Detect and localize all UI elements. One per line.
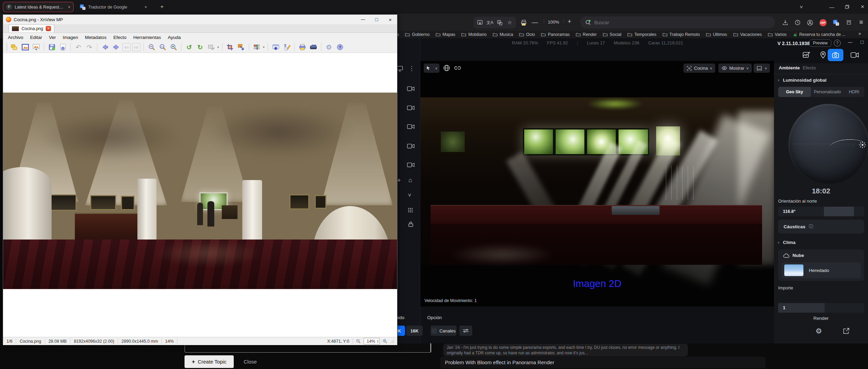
add-camera-button[interactable]: + xyxy=(397,177,401,184)
convert-icon[interactable] xyxy=(206,43,216,52)
tab-forum[interactable]: P Latest Ideas & Requests topics × xyxy=(3,2,74,12)
link-icon[interactable] xyxy=(454,64,461,72)
zoom-out-button[interactable]: — xyxy=(532,19,538,26)
fullscreen-icon[interactable] xyxy=(21,43,30,52)
browse-icon[interactable] xyxy=(10,43,19,52)
zoom-in-icon[interactable] xyxy=(169,43,178,52)
profile-icon[interactable] xyxy=(804,17,815,28)
adblock-abp-icon[interactable]: ABP xyxy=(817,17,828,28)
window-restore-button[interactable] xyxy=(842,2,852,12)
xnview-title-bar[interactable]: Cocina.png - XnView MP — □ × xyxy=(3,15,397,24)
cloud-thumbnail[interactable] xyxy=(784,264,803,276)
select-tool-button[interactable]: ˅ xyxy=(424,64,439,73)
bookmark-reserva[interactable]: Reserva tu cancha de ... xyxy=(793,32,846,37)
segment-geo-sky[interactable]: Geo Sky xyxy=(778,87,811,97)
slideshow-icon[interactable] xyxy=(31,43,41,52)
render-export-icon[interactable] xyxy=(838,325,854,338)
zoom-in-icon[interactable] xyxy=(382,339,388,344)
zoom-in-button[interactable]: + xyxy=(568,18,571,25)
search-input[interactable] xyxy=(594,20,758,25)
panorama-image[interactable] xyxy=(3,93,397,289)
segment-hdri[interactable]: HDRI xyxy=(844,87,864,97)
preview-badge[interactable]: Preview xyxy=(809,39,831,47)
search-bar[interactable] xyxy=(580,16,775,28)
rotate-left-icon[interactable]: ↺ xyxy=(185,43,194,52)
orbit-globe-icon[interactable] xyxy=(443,64,450,72)
bookmark-ultimos[interactable]: Ultimos xyxy=(706,32,727,37)
close-button[interactable]: Close xyxy=(244,359,257,365)
image-export-icon[interactable] xyxy=(802,51,811,59)
tab-close-icon[interactable]: × xyxy=(68,5,70,10)
camera-mode-button-active[interactable] xyxy=(828,49,843,61)
scan-icon[interactable] xyxy=(309,43,318,52)
camera-slot-icon[interactable] xyxy=(407,162,415,168)
spin-down-icon[interactable]: ▾ xyxy=(377,341,378,343)
save-icon[interactable]: ? xyxy=(47,43,56,52)
window-minimize-button[interactable]: — xyxy=(827,2,837,12)
file-tab-close-icon[interactable]: × xyxy=(46,26,51,31)
print-icon[interactable] xyxy=(298,43,307,52)
help-icon[interactable]: ? xyxy=(335,43,344,52)
translate-extension-icon[interactable]: A文 xyxy=(830,17,841,28)
new-tab-button[interactable]: + xyxy=(157,2,167,11)
camera-view-dropdown[interactable]: Cocina ˅ xyxy=(683,64,715,73)
render-settings-gear-icon[interactable]: ⚙ xyxy=(811,325,827,338)
redo-icon[interactable]: ↷ xyxy=(85,43,94,52)
bookmarks-overflow-icon[interactable]: » xyxy=(858,31,861,36)
bookmark-star-icon[interactable]: ☆ xyxy=(505,17,514,28)
translate-selection-icon[interactable]: A xyxy=(496,17,504,28)
importe-input[interactable]: 1 xyxy=(778,303,864,313)
camera-slot-icon[interactable] xyxy=(407,143,415,150)
orientation-slider[interactable]: 116.8° xyxy=(778,207,864,216)
channels-checkbox[interactable] xyxy=(432,328,437,333)
kebab-menu-icon[interactable]: ⋮ xyxy=(409,65,415,72)
history-clock-icon[interactable] xyxy=(792,17,803,28)
bookmark-mobiliario[interactable]: Mobiliario xyxy=(461,32,487,37)
collapse-chevron-icon[interactable]: ˅ xyxy=(777,241,779,245)
bookmark-social[interactable]: Social xyxy=(603,32,621,37)
toolbar-drag-handle[interactable] xyxy=(6,43,8,51)
xnview-canvas[interactable]: Panorama 360 xyxy=(3,53,397,337)
zoom-actual-icon[interactable]: 1:1 xyxy=(158,43,167,52)
bookmark-temporales[interactable]: Temporales xyxy=(627,32,656,37)
screen-icon[interactable] xyxy=(396,66,403,72)
camera-slot-icon[interactable] xyxy=(407,105,415,111)
info-icon[interactable]: ⓘ xyxy=(809,223,813,230)
viewport-3d[interactable]: ˅ Cocina ˅ Mostrar ˅ ˅ Imagen 2D Velocid… xyxy=(420,61,774,306)
resize-icon[interactable] xyxy=(236,43,246,52)
lock-icon[interactable] xyxy=(408,221,413,227)
bookmark-musica[interactable]: Musica xyxy=(493,32,513,37)
app-minimize-button[interactable]: — xyxy=(848,40,852,45)
print-icon[interactable] xyxy=(518,17,529,28)
bookmark-vacaciones[interactable]: Vacaciones xyxy=(733,32,762,37)
app-maximize-button[interactable]: □ xyxy=(860,39,864,45)
tab-close-icon[interactable]: × xyxy=(145,5,147,10)
menu-ayuda[interactable]: Ayuda xyxy=(168,35,181,40)
tab-search-chevron-icon[interactable]: ˅ xyxy=(796,2,806,12)
bookmark-trabajo-remoto[interactable]: Trabajo Remoto xyxy=(663,32,700,37)
menu-efecto[interactable]: Efecto xyxy=(113,35,126,40)
zoom-out-icon[interactable] xyxy=(356,339,361,344)
collapse-chevron-icon[interactable]: ˅ xyxy=(777,78,779,82)
segment-personalizado[interactable]: Personalizado xyxy=(811,87,844,97)
bookmark-mapas[interactable]: Mapas xyxy=(436,32,456,37)
back-icon[interactable] xyxy=(100,43,110,52)
res-16k-button[interactable]: 16K xyxy=(406,326,423,336)
zoom-spinbox[interactable]: 14% ▴ ▾ xyxy=(364,338,380,344)
dropdown-arrow-icon[interactable]: ▾ xyxy=(263,45,265,49)
adjust-colors-icon[interactable] xyxy=(252,43,261,52)
menu-metadatos[interactable]: Metadatos xyxy=(85,35,107,40)
export-settings-button[interactable] xyxy=(459,326,472,336)
app-help-icon[interactable]: ? xyxy=(834,40,841,46)
xnview-close-button[interactable]: × xyxy=(383,15,397,24)
sun-indicator-icon[interactable] xyxy=(859,141,866,149)
downloads-icon[interactable] xyxy=(780,17,791,28)
forward-icon[interactable] xyxy=(111,43,121,52)
menu-herramientas[interactable]: Herramientas xyxy=(133,35,161,40)
xnview-minimize-button[interactable]: — xyxy=(356,15,370,24)
crop-icon[interactable] xyxy=(226,43,235,52)
causticas-section[interactable]: Cáusticas ⓘ xyxy=(778,220,864,233)
grid-handle-icon[interactable] xyxy=(408,207,413,213)
video-mode-icon[interactable] xyxy=(850,51,859,59)
edit-text-icon[interactable]: T xyxy=(282,43,291,52)
